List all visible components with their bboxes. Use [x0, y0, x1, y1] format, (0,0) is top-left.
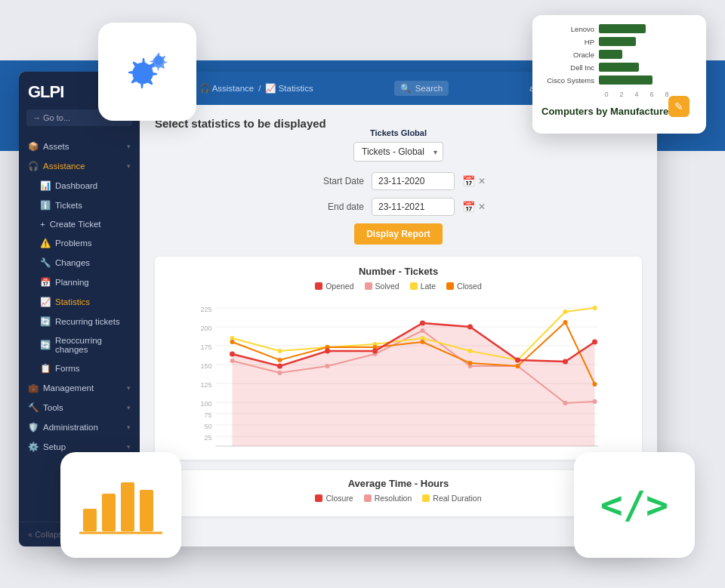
code-card: </>: [574, 452, 695, 558]
svg-point-62: [593, 382, 597, 386]
clear-icon-start[interactable]: ✕: [478, 176, 486, 186]
tickets-icon: ℹ️: [40, 200, 51, 211]
legend-closed: Closed: [446, 282, 482, 291]
sidebar-item-reoccurring[interactable]: 🔄 Reoccurring changes: [19, 331, 140, 359]
end-date-row: End date 📅 ✕: [155, 198, 642, 216]
sidebar-item-assets[interactable]: 📦 Assets ▾: [19, 137, 140, 156]
setup-arrow: ▾: [127, 443, 131, 451]
calendar-icon-start[interactable]: 📅: [462, 175, 475, 187]
legend-opened: Opened: [315, 282, 353, 291]
svg-point-60: [516, 364, 520, 368]
start-date-row: Start Date 📅 ✕: [155, 172, 642, 190]
svg-point-52: [563, 309, 568, 314]
tools-icon: 🔨: [28, 402, 39, 413]
svg-text:50: 50: [204, 423, 211, 430]
legend-resolution: Resolution: [364, 494, 412, 503]
sidebar-item-assistance[interactable]: 🎧 Assistance ▾: [19, 156, 140, 176]
svg-point-61: [563, 320, 568, 325]
svg-point-63: [230, 352, 235, 357]
forms-icon: 📋: [40, 363, 51, 374]
calendar-icon-end[interactable]: 📅: [462, 201, 475, 213]
start-date-label: Start Date: [311, 176, 364, 186]
bar-row-cisco: Cisco Systems: [541, 75, 697, 85]
bar-row-hp: HP: [541, 37, 697, 46]
create-icon: +: [40, 220, 45, 229]
svg-text:200: 200: [200, 325, 211, 332]
bar-lenovo: [599, 24, 646, 33]
clear-icon-end[interactable]: ✕: [478, 202, 486, 212]
sidebar-item-tickets[interactable]: ℹ️ Tickets: [19, 195, 140, 215]
tickets-chart-svg-container: 225 200 175 150 125 100 75 50 25: [167, 297, 630, 451]
legend-solved: Solved: [365, 282, 400, 291]
filter-select[interactable]: Tickets - Global: [353, 142, 443, 162]
legend-dot-solved: [365, 282, 372, 290]
assistance-arrow: ▾: [127, 162, 131, 170]
dashboard-icon: 📊: [40, 180, 51, 191]
gear-icon: [117, 42, 177, 102]
search-icon: 🔍: [400, 83, 411, 94]
sidebar-item-recurring[interactable]: 🔄 Recurring tickets: [19, 312, 140, 331]
management-icon: 💼: [28, 383, 39, 393]
planning-icon: 📅: [40, 277, 51, 288]
breadcrumb-statistics[interactable]: 📈 Statistics: [265, 83, 313, 94]
tickets-line-chart: 225 200 175 150 125 100 75 50 25: [167, 297, 630, 448]
svg-point-43: [563, 401, 568, 405]
start-date-input[interactable]: [372, 172, 455, 190]
svg-point-53: [593, 306, 597, 310]
breadcrumb-assistance[interactable]: 🎧 Assistance: [199, 83, 254, 94]
end-date-icons: 📅 ✕: [462, 201, 486, 213]
svg-point-69: [515, 358, 520, 363]
sidebar-item-management[interactable]: 💼 Management ▾: [19, 378, 140, 398]
svg-text:175: 175: [200, 343, 211, 351]
svg-rect-3: [102, 494, 116, 531]
sidebar-item-statistics[interactable]: 📈 Statistics: [19, 292, 140, 312]
svg-point-46: [278, 349, 282, 353]
problems-icon: ⚠️: [40, 238, 51, 248]
svg-point-40: [421, 328, 425, 333]
svg-rect-4: [121, 482, 134, 531]
sidebar-item-changes[interactable]: 🔧 Changes: [19, 253, 140, 272]
assistance-icon: 🎧: [28, 161, 39, 171]
reoccurring-icon: 🔄: [40, 340, 51, 350]
avg-chart-legend: Closure Resolution Real Duration: [167, 494, 630, 503]
sidebar-item-administration[interactable]: 🛡️ Administration ▾: [19, 417, 140, 437]
legend-late: Late: [410, 282, 436, 291]
sidebar-item-planning[interactable]: 📅 Planning: [19, 272, 140, 292]
svg-rect-2: [83, 509, 97, 531]
svg-point-59: [468, 361, 473, 365]
svg-point-44: [593, 399, 597, 404]
mgmt-arrow: ▾: [127, 384, 131, 392]
svg-point-65: [325, 349, 330, 354]
sidebar-item-create-ticket[interactable]: + Create Ticket: [19, 215, 140, 233]
sidebar-item-dashboard[interactable]: 📊 Dashboard: [19, 176, 140, 195]
svg-point-67: [420, 321, 425, 326]
legend-real-duration: Real Duration: [422, 494, 481, 503]
sidebar-item-problems[interactable]: ⚠️ Problems: [19, 233, 140, 253]
bar-row-oracle: Oracle: [541, 50, 697, 59]
svg-text:225: 225: [200, 306, 211, 313]
bar-chart-edit-button[interactable]: ✎: [668, 96, 690, 117]
svg-text:25: 25: [204, 434, 211, 442]
svg-point-50: [468, 349, 473, 353]
display-report-button[interactable]: Display Report: [354, 223, 443, 245]
legend-dot-real-duration: [422, 494, 430, 502]
filter-select-wrapper: Tickets - Global: [353, 142, 443, 162]
search-label: Search: [415, 84, 443, 93]
svg-point-58: [421, 340, 425, 344]
tickets-chart-title: Number - Tickets: [167, 266, 630, 277]
svg-point-54: [230, 340, 235, 344]
svg-point-55: [278, 358, 282, 362]
chart-card: [60, 452, 181, 558]
setup-icon: ⚙️: [28, 442, 39, 452]
bar-cisco: [599, 75, 652, 85]
sidebar-item-forms[interactable]: 📋 Forms: [19, 359, 140, 378]
search-box[interactable]: 🔍 Search: [394, 81, 449, 96]
assets-arrow: ▾: [127, 143, 131, 150]
svg-text:100: 100: [200, 400, 211, 408]
bar-chart-title: Computers by Manufacturers: [541, 106, 678, 119]
legend-dot-late: [410, 282, 418, 290]
bar-dell: [599, 63, 639, 72]
svg-point-66: [372, 349, 378, 354]
sidebar-item-tools[interactable]: 🔨 Tools ▾: [19, 398, 140, 417]
end-date-input[interactable]: [372, 198, 455, 216]
